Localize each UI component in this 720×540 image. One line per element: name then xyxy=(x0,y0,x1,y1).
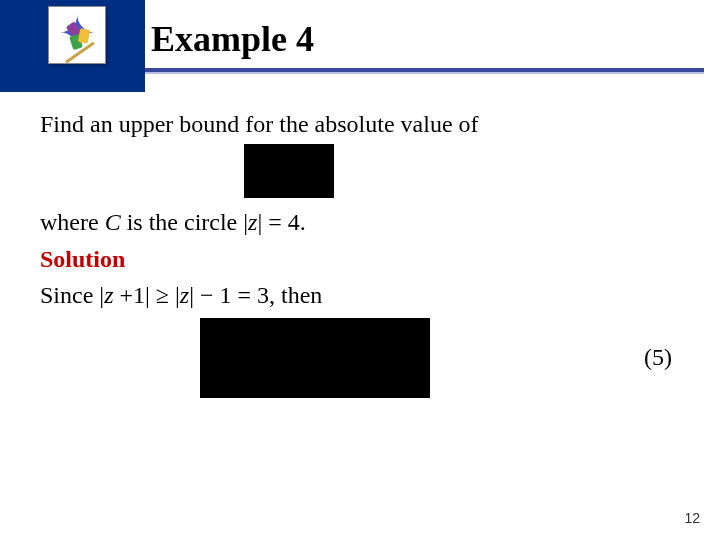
slide: ✦ Example 4 Find an upper bound for the … xyxy=(0,0,720,540)
text-since: Since | xyxy=(40,282,104,308)
solution-label: Solution xyxy=(40,243,680,275)
slide-title: Example 4 xyxy=(145,10,704,68)
solution-line1: Since |z +1| ≥ |z| − 1 = 3, then xyxy=(40,279,680,311)
integral-expression-image xyxy=(244,144,334,198)
var-C: C xyxy=(105,209,121,235)
math-tools-icon: ✦ xyxy=(48,6,106,64)
title-underline-shadow xyxy=(145,72,704,74)
text-then: | − 1 = 3, then xyxy=(189,282,322,308)
text-is-circle: is the circle | xyxy=(121,209,248,235)
bound-expression-image xyxy=(200,318,430,398)
equation-number-5: (5) xyxy=(644,341,680,373)
problem-statement-line2: where C is the circle |z| = 4. xyxy=(40,206,680,238)
text-where: where xyxy=(40,209,105,235)
text-eq4: | = 4. xyxy=(257,209,305,235)
var-z-2: z xyxy=(180,282,189,308)
slide-header: ✦ Example 4 xyxy=(0,0,720,92)
math-tools-icon-inner: ✦ xyxy=(49,7,105,63)
page-number: 12 xyxy=(684,510,700,526)
text-mid: +1| ≥ | xyxy=(113,282,179,308)
slide-body: Find an upper bound for the absolute val… xyxy=(40,108,680,398)
header-blue-tab xyxy=(0,68,145,92)
problem-statement-line1: Find an upper bound for the absolute val… xyxy=(40,108,680,140)
equation-5-row: (5) xyxy=(40,318,680,398)
